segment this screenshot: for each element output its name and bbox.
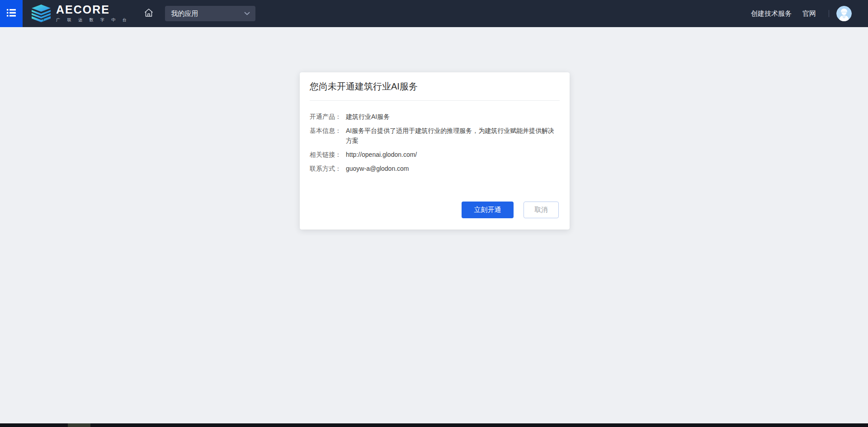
main-menu-button[interactable] — [0, 0, 23, 27]
info-row-product: 开通产品： 建筑行业AI服务 — [310, 112, 560, 122]
info-label: 联系方式： — [310, 164, 346, 174]
info-value: http://openai.glodon.com/ — [346, 150, 560, 160]
brand-logo[interactable]: AECORE 广 联 达 数 字 中 台 — [30, 4, 130, 23]
info-label: 相关链接： — [310, 150, 346, 160]
info-value: AI服务平台提供了适用于建筑行业的推理服务，为建筑行业赋能并提供解决方案 — [346, 126, 560, 145]
home-icon — [143, 7, 154, 20]
info-row-contact: 联系方式： guoyw-a@glodon.com — [310, 164, 560, 174]
construction-worker-avatar-icon — [836, 6, 852, 21]
info-value: 建筑行业AI服务 — [346, 112, 560, 122]
dialog-title: 您尚未开通建筑行业AI服务 — [310, 80, 560, 92]
bottom-taskbar-strip — [0, 423, 868, 427]
service-activation-dialog: 您尚未开通建筑行业AI服务 开通产品： 建筑行业AI服务 基本信息： AI服务平… — [300, 72, 570, 230]
aecore-cube-logo-icon — [30, 4, 52, 23]
info-label: 基本信息： — [310, 126, 346, 145]
dialog-body: 开通产品： 建筑行业AI服务 基本信息： AI服务平台提供了适用于建筑行业的推理… — [300, 101, 570, 178]
official-site-link[interactable]: 官网 — [802, 9, 816, 18]
info-row-basic-info: 基本信息： AI服务平台提供了适用于建筑行业的推理服务，为建筑行业赋能并提供解决… — [310, 126, 560, 145]
brand-subtitle: 广 联 达 数 字 中 台 — [56, 17, 130, 23]
app-select[interactable]: 我的应用 — [165, 6, 255, 21]
info-label: 开通产品： — [310, 112, 346, 122]
chevron-down-icon — [244, 12, 250, 15]
dialog-header: 您尚未开通建筑行业AI服务 — [310, 72, 560, 101]
topbar-divider — [829, 10, 829, 17]
dialog-footer: 立刻开通 取消 — [300, 202, 570, 230]
brand-text: AECORE 广 联 达 数 字 中 台 — [56, 4, 130, 23]
info-value: guoyw-a@glodon.com — [346, 164, 560, 174]
cancel-button[interactable]: 取消 — [524, 202, 559, 218]
bottom-strip-segment — [68, 423, 90, 427]
top-navigation-bar: AECORE 广 联 达 数 字 中 台 我的应用 创建技术服务 官网 — [0, 0, 868, 27]
brand-name: AECORE — [56, 4, 130, 15]
info-row-related-link: 相关链接： http://openai.glodon.com/ — [310, 150, 560, 160]
create-tech-service-link[interactable]: 创建技术服务 — [751, 9, 792, 18]
topbar-right-section: 创建技术服务 官网 — [751, 6, 868, 21]
activate-now-button[interactable]: 立刻开通 — [462, 202, 514, 218]
app-select-value: 我的应用 — [171, 9, 198, 18]
home-button[interactable] — [143, 7, 154, 20]
list-menu-icon — [7, 9, 16, 19]
user-avatar[interactable] — [836, 6, 852, 21]
